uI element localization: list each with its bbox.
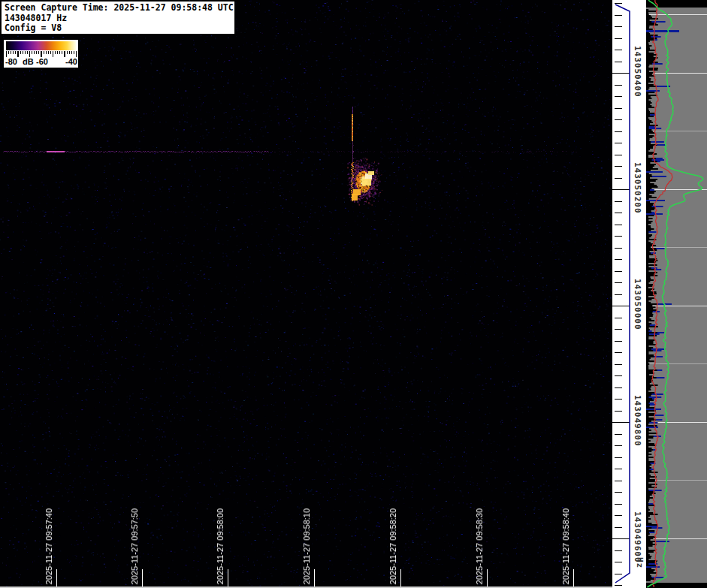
frequency-text: 143048017 Hz — [5, 14, 231, 24]
axis-frame-line — [612, 0, 646, 588]
colorbar-box: -80 dB -60 -40 — [3, 39, 79, 68]
colorbar-gradient — [6, 41, 76, 50]
colorbar-label-max: -40 — [65, 57, 77, 67]
frequency-axis: Hz 1430504001430502001430500001430498001… — [612, 0, 646, 588]
spectrogram-app-window: 2025-11-27 09:57:402025-11-27 09:57:5020… — [0, 0, 707, 588]
colorbar-minor-ticks — [6, 51, 77, 54]
waterfall-spectrogram-canvas — [0, 0, 612, 588]
capture-info-box: Screen Capture Time: 2025-11-27 09:58:48… — [1, 1, 235, 35]
config-text: Config = V8 — [5, 23, 231, 34]
colorbar-label-mid: -60 — [36, 57, 48, 67]
capture-time-text: Screen Capture Time: 2025-11-27 09:58:48… — [5, 3, 231, 14]
live-spectrum-panel-canvas — [646, 0, 707, 588]
colorbar-label-min: -80 — [5, 57, 17, 67]
colorbar-label-unit: dB — [23, 57, 34, 67]
